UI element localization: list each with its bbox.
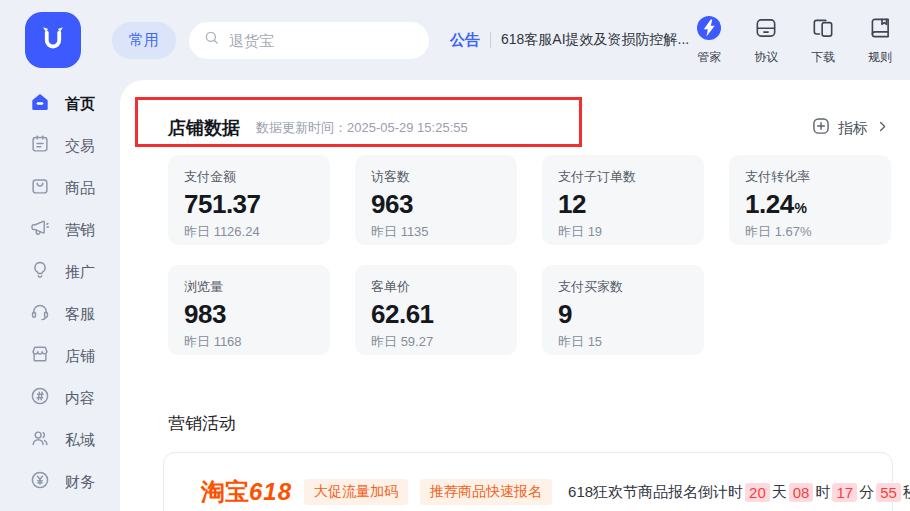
metric-unit: % bbox=[795, 200, 807, 216]
sidebar-item-trade[interactable]: 交易 bbox=[0, 125, 120, 167]
metric-label: 浏览量 bbox=[184, 278, 314, 296]
countdown-hours: 08 bbox=[789, 483, 814, 502]
home-icon bbox=[29, 91, 51, 117]
metric-yesterday: 昨日 1.67% bbox=[745, 223, 875, 241]
sidebar-item-marketing[interactable]: 营销 bbox=[0, 209, 120, 251]
metric-cards-grid: 支付金额 751.37 昨日 1126.24 访客数 963 昨日 1135 支… bbox=[168, 155, 891, 355]
metric-value: 12 bbox=[558, 189, 586, 220]
qianniu-logo[interactable] bbox=[25, 12, 81, 68]
sidebar-label-customer-service: 客服 bbox=[65, 305, 95, 324]
marketing-section-title: 营销活动 bbox=[168, 412, 236, 435]
private-domain-people-icon bbox=[29, 427, 51, 453]
metric-label: 访客数 bbox=[371, 168, 501, 186]
topbar-actions: 管家 协议 下载 bbox=[689, 15, 900, 66]
metrics-config-button[interactable]: 指标 bbox=[811, 116, 890, 140]
update-time: 数据更新时间：2025-05-29 15:25:55 bbox=[256, 119, 468, 137]
metric-card-visitors[interactable]: 访客数 963 昨日 1135 bbox=[355, 155, 517, 245]
metric-value: 963 bbox=[371, 189, 413, 220]
countdown-days-unit: 天 bbox=[772, 483, 787, 502]
rules-action[interactable]: 规则 bbox=[860, 15, 900, 66]
metric-card-conversion-rate[interactable]: 支付转化率 1.24% 昨日 1.67% bbox=[729, 155, 891, 245]
shop-icon bbox=[29, 343, 51, 369]
metric-card-payment-amount[interactable]: 支付金额 751.37 昨日 1126.24 bbox=[168, 155, 330, 245]
countdown-days: 20 bbox=[745, 483, 770, 502]
sidebar-item-customer-service[interactable]: 客服 bbox=[0, 293, 120, 335]
sidebar-label-goods: 商品 bbox=[65, 179, 95, 198]
sidebar-label-content: 内容 bbox=[65, 389, 95, 408]
metric-value: 983 bbox=[184, 299, 226, 330]
top-bar: 常用 公告 618客服AI提效及资损防控解... bbox=[0, 0, 910, 80]
announcement-divider bbox=[490, 32, 491, 48]
shop-data-header: 店铺数据 数据更新时间：2025-05-29 15:25:55 指标 bbox=[168, 116, 890, 140]
metric-yesterday: 昨日 1126.24 bbox=[184, 223, 314, 241]
announcement-text[interactable]: 618客服AI提效及资损防控解... bbox=[501, 31, 689, 49]
rules-icon bbox=[867, 15, 893, 45]
agreement-label: 协议 bbox=[754, 49, 778, 66]
finance-yen-icon bbox=[29, 469, 51, 495]
agreement-action[interactable]: 协议 bbox=[746, 15, 786, 66]
countdown-seconds-unit: 秒 bbox=[903, 483, 910, 502]
update-time-label: 数据更新时间： bbox=[256, 120, 347, 135]
taobao-618-banner[interactable]: 淘宝618 大促流量加码 推荐商品快速报名 618狂欢节商品报名倒计时 20天 … bbox=[163, 452, 893, 511]
promotion-lightbulb-icon bbox=[29, 259, 51, 285]
metric-yesterday: 昨日 15 bbox=[558, 333, 688, 351]
sidebar-item-shop[interactable]: 店铺 bbox=[0, 335, 120, 377]
taobao-618-logo: 淘宝618 bbox=[201, 476, 292, 508]
metric-label: 支付转化率 bbox=[745, 168, 875, 186]
quick-access-button[interactable]: 常用 bbox=[112, 22, 176, 59]
sidebar-label-trade: 交易 bbox=[65, 137, 95, 156]
metric-label: 客单价 bbox=[371, 278, 501, 296]
rules-label: 规则 bbox=[868, 49, 892, 66]
banner-tag-signup[interactable]: 推荐商品快速报名 bbox=[420, 479, 552, 505]
metric-label: 支付金额 bbox=[184, 168, 314, 186]
metric-card-paid-suborders[interactable]: 支付子订单数 12 昨日 19 bbox=[542, 155, 704, 245]
download-label: 下载 bbox=[811, 49, 835, 66]
metric-value: 62.61 bbox=[371, 299, 434, 330]
sidebar-item-finance[interactable]: 财务 bbox=[0, 461, 120, 503]
download-action[interactable]: 下载 bbox=[803, 15, 843, 66]
download-icon bbox=[810, 15, 836, 45]
main-panel: 店铺数据 数据更新时间：2025-05-29 15:25:55 指标 bbox=[120, 80, 910, 511]
butler-action[interactable]: 管家 bbox=[689, 15, 729, 66]
metric-label: 支付买家数 bbox=[558, 278, 688, 296]
plus-square-icon bbox=[811, 116, 831, 140]
sidebar-nav: 首页 交易 商品 bbox=[0, 80, 120, 511]
butler-label: 管家 bbox=[697, 49, 721, 66]
sidebar-item-promotion[interactable]: 推广 bbox=[0, 251, 120, 293]
qianniu-dashboard: 常用 公告 618客服AI提效及资损防控解... bbox=[0, 0, 910, 511]
sidebar-label-shop: 店铺 bbox=[65, 347, 95, 366]
metric-yesterday: 昨日 1135 bbox=[371, 223, 501, 241]
content-hash-icon bbox=[29, 385, 51, 411]
metric-value: 751.37 bbox=[184, 189, 261, 220]
countdown-minutes-unit: 分 bbox=[859, 483, 874, 502]
metric-value: 1.24 bbox=[745, 189, 794, 220]
metric-value: 9 bbox=[558, 299, 572, 330]
metric-card-avg-order-value[interactable]: 客单价 62.61 昨日 59.27 bbox=[355, 265, 517, 355]
customer-service-icon bbox=[29, 301, 51, 327]
announcement-bar[interactable]: 公告 618客服AI提效及资损防控解... bbox=[450, 31, 689, 50]
sidebar-item-home[interactable]: 首页 bbox=[0, 83, 120, 125]
butler-bolt-icon bbox=[696, 15, 722, 45]
metric-card-paid-buyers[interactable]: 支付买家数 9 昨日 15 bbox=[542, 265, 704, 355]
banner-tag-traffic[interactable]: 大促流量加码 bbox=[304, 479, 408, 505]
countdown-seconds: 55 bbox=[876, 483, 901, 502]
search-box[interactable] bbox=[189, 22, 429, 59]
marketing-icon bbox=[29, 217, 51, 243]
sidebar-item-goods[interactable]: 商品 bbox=[0, 167, 120, 209]
countdown-prefix: 618狂欢节商品报名倒计时 bbox=[568, 483, 743, 502]
metrics-button-label: 指标 bbox=[838, 119, 868, 138]
search-input[interactable] bbox=[229, 32, 399, 49]
goods-icon bbox=[29, 175, 51, 201]
metric-card-pageviews[interactable]: 浏览量 983 昨日 1168 bbox=[168, 265, 330, 355]
metric-yesterday: 昨日 1168 bbox=[184, 333, 314, 351]
sidebar-item-private-domain[interactable]: 私域 bbox=[0, 419, 120, 461]
page-title: 店铺数据 bbox=[168, 116, 240, 140]
metric-label: 支付子订单数 bbox=[558, 168, 688, 186]
countdown: 618狂欢节商品报名倒计时 20天 08时 17分 55秒 bbox=[568, 483, 910, 502]
sidebar-item-content[interactable]: 内容 bbox=[0, 377, 120, 419]
countdown-minutes: 17 bbox=[832, 483, 857, 502]
update-time-value: 2025-05-29 15:25:55 bbox=[347, 120, 468, 135]
sidebar-label-finance: 财务 bbox=[65, 473, 95, 492]
announcement-label: 公告 bbox=[450, 31, 480, 50]
countdown-hours-unit: 时 bbox=[815, 483, 830, 502]
